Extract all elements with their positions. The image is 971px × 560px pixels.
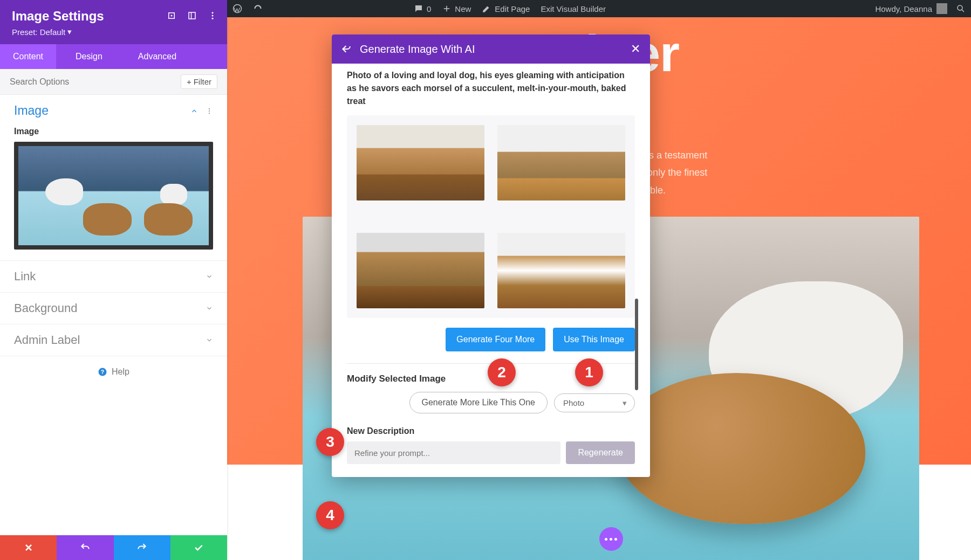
cancel-button[interactable] xyxy=(0,535,57,560)
callout-2: 2 xyxy=(488,358,516,386)
svg-text:?: ? xyxy=(101,369,104,375)
svg-point-11 xyxy=(209,112,210,113)
chevron-up-icon xyxy=(190,107,198,115)
style-select[interactable]: Photo xyxy=(554,393,635,412)
bottom-actions xyxy=(0,535,227,560)
undo-icon xyxy=(80,542,91,553)
wp-admin-bar: 0 New Edit Page Exit Visual Builder Howd… xyxy=(227,0,971,17)
edit-page-link[interactable]: Edit Page xyxy=(476,0,535,17)
filter-button[interactable]: +Filter xyxy=(181,74,217,89)
ai-thumb-4[interactable] xyxy=(497,233,625,308)
refine-input[interactable] xyxy=(347,441,560,464)
check-icon xyxy=(193,542,204,553)
redo-icon xyxy=(136,542,147,553)
save-button[interactable] xyxy=(170,535,227,560)
chevron-down-icon xyxy=(206,305,213,312)
callout-3: 3 xyxy=(316,428,344,456)
svg-point-8 xyxy=(212,18,214,19)
svg-point-7 xyxy=(212,15,214,17)
svg-point-3 xyxy=(171,15,173,17)
more-icon[interactable] xyxy=(206,107,213,115)
new-link[interactable]: New xyxy=(436,0,476,17)
image-preview[interactable] xyxy=(14,142,213,250)
comments-count: 0 xyxy=(427,4,431,13)
svg-point-9 xyxy=(209,108,210,109)
callout-4: 4 xyxy=(316,501,344,529)
tab-advanced[interactable]: Advanced xyxy=(125,44,189,69)
scrollbar[interactable] xyxy=(635,299,638,390)
svg-rect-4 xyxy=(189,12,195,19)
ai-thumb-3[interactable] xyxy=(357,233,484,308)
avatar[interactable] xyxy=(936,3,947,14)
howdy-text[interactable]: Howdy, Deanna xyxy=(875,4,932,13)
svg-point-6 xyxy=(212,12,214,13)
help-icon: ? xyxy=(98,367,107,377)
section-image-header[interactable]: Image xyxy=(0,95,227,127)
comment-icon xyxy=(414,4,423,13)
new-description-label: New Description xyxy=(347,426,635,436)
callout-1: 1 xyxy=(575,358,603,386)
section-link[interactable]: Link xyxy=(0,261,227,292)
more-icon[interactable] xyxy=(208,11,217,20)
svg-point-10 xyxy=(209,110,210,111)
search-icon[interactable] xyxy=(956,4,966,13)
pencil-icon xyxy=(482,4,491,13)
close-icon xyxy=(23,542,34,553)
more-like-button[interactable]: Generate More Like This One xyxy=(409,392,548,413)
undo-button[interactable] xyxy=(57,535,113,560)
search-row: +Filter xyxy=(0,69,227,95)
regenerate-button[interactable]: Regenerate xyxy=(566,441,635,464)
tab-design[interactable]: Design xyxy=(63,44,115,69)
ai-thumb-1[interactable] xyxy=(357,125,484,201)
generate-more-button[interactable]: Generate Four More xyxy=(446,328,545,351)
svg-point-1 xyxy=(958,5,962,10)
comments-link[interactable]: 0 xyxy=(408,0,436,17)
help-link[interactable]: ?Help xyxy=(0,356,227,388)
panel-icon[interactable] xyxy=(187,11,197,20)
section-admin-label[interactable]: Admin Label xyxy=(0,324,227,356)
wp-logo[interactable] xyxy=(227,0,248,17)
back-icon[interactable] xyxy=(341,44,352,54)
chevron-down-icon xyxy=(206,336,213,344)
ai-modal-header: Generate Image With AI ✕ xyxy=(332,34,650,64)
plus-icon: + xyxy=(187,77,192,86)
search-input[interactable] xyxy=(10,77,181,87)
settings-header: Image Settings Preset: Default▾ xyxy=(0,0,227,44)
image-field-label: Image xyxy=(14,127,213,136)
use-image-button[interactable]: Use This Image xyxy=(553,328,635,351)
ai-thumb-2[interactable] xyxy=(497,125,625,201)
dashboard-icon[interactable] xyxy=(248,0,268,17)
ai-modal: Generate Image With AI ✕ Photo of a lovi… xyxy=(332,34,650,477)
section-background[interactable]: Background xyxy=(0,293,227,324)
preset-selector[interactable]: Preset: Default▾ xyxy=(12,27,215,37)
settings-panel: Image Settings Preset: Default▾ Content … xyxy=(0,0,227,560)
tab-content[interactable]: Content xyxy=(0,44,56,69)
ai-modal-title: Generate Image With AI xyxy=(360,43,475,56)
redo-button[interactable] xyxy=(114,535,170,560)
exit-builder-link[interactable]: Exit Visual Builder xyxy=(535,0,611,17)
module-options-fab[interactable] xyxy=(599,527,623,551)
chevron-down-icon xyxy=(206,273,213,280)
image-grid-wrap xyxy=(347,115,635,318)
close-button[interactable]: ✕ xyxy=(631,42,640,56)
settings-tabs: Content Design Advanced xyxy=(0,44,227,69)
chevron-down-icon: ▾ xyxy=(67,27,72,37)
expand-icon[interactable] xyxy=(167,11,176,20)
ai-prompt: Photo of a loving and loyal dog, his eye… xyxy=(347,69,635,108)
plus-icon xyxy=(442,4,452,13)
